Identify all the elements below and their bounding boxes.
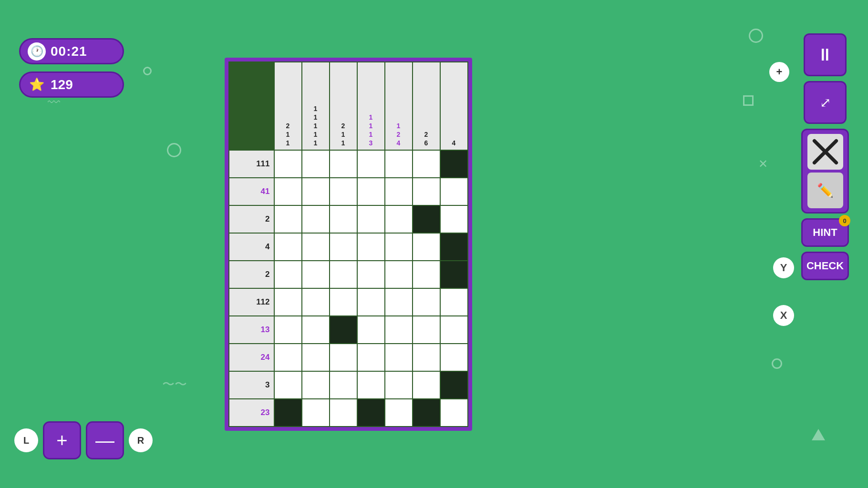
cell-1-4[interactable] bbox=[385, 178, 413, 205]
cell-5-0[interactable] bbox=[274, 288, 302, 316]
cell-7-3[interactable] bbox=[357, 344, 385, 371]
cell-9-0[interactable] bbox=[274, 399, 302, 427]
x-mark-button[interactable] bbox=[807, 134, 843, 170]
cell-8-3[interactable] bbox=[357, 371, 385, 399]
cell-7-6[interactable] bbox=[440, 344, 468, 371]
cell-7-5[interactable] bbox=[413, 344, 440, 371]
cell-1-6[interactable] bbox=[440, 178, 468, 205]
cell-5-3[interactable] bbox=[357, 288, 385, 316]
board-container: 211111112111113124264111412421121324323 bbox=[186, 0, 510, 488]
cell-0-4[interactable] bbox=[385, 150, 413, 178]
cell-8-4[interactable] bbox=[385, 371, 413, 399]
cell-2-3[interactable] bbox=[357, 205, 385, 233]
hint-button[interactable]: HINT 0 bbox=[801, 218, 849, 247]
cell-0-6[interactable] bbox=[440, 150, 468, 178]
cell-0-1[interactable] bbox=[302, 150, 330, 178]
row-label-4: 2 bbox=[229, 261, 274, 288]
cell-6-3[interactable] bbox=[357, 316, 385, 344]
cell-6-2[interactable] bbox=[330, 316, 357, 344]
score-badge: ⭐ 129 bbox=[19, 71, 124, 98]
cell-5-5[interactable] bbox=[413, 288, 440, 316]
cell-3-3[interactable] bbox=[357, 233, 385, 261]
score-display: 129 bbox=[51, 77, 73, 92]
cell-1-0[interactable] bbox=[274, 178, 302, 205]
cell-0-3[interactable] bbox=[357, 150, 385, 178]
table-row: 112 bbox=[229, 288, 468, 316]
cell-6-0[interactable] bbox=[274, 316, 302, 344]
timer-icon: 🕐 bbox=[28, 42, 46, 61]
cell-5-2[interactable] bbox=[330, 288, 357, 316]
table-row: 41 bbox=[229, 178, 468, 205]
cell-9-5[interactable] bbox=[413, 399, 440, 427]
cell-6-4[interactable] bbox=[385, 316, 413, 344]
table-row: 13 bbox=[229, 316, 468, 344]
table-row: 24 bbox=[229, 344, 468, 371]
cell-6-1[interactable] bbox=[302, 316, 330, 344]
row-label-1: 41 bbox=[229, 178, 274, 205]
cell-2-2[interactable] bbox=[330, 205, 357, 233]
cell-8-1[interactable] bbox=[302, 371, 330, 399]
cell-9-6[interactable] bbox=[440, 399, 468, 427]
cell-0-2[interactable] bbox=[330, 150, 357, 178]
x-hint: X bbox=[773, 305, 794, 326]
controls-bottom-left: L + — R bbox=[14, 421, 153, 459]
y-hint: Y bbox=[773, 257, 794, 278]
cell-2-5[interactable] bbox=[413, 205, 440, 233]
cell-2-1[interactable] bbox=[302, 205, 330, 233]
cell-3-2[interactable] bbox=[330, 233, 357, 261]
cell-5-6[interactable] bbox=[440, 288, 468, 316]
board-wrapper: 211111112111113124264111412421121324323 bbox=[225, 58, 472, 431]
cell-9-3[interactable] bbox=[357, 399, 385, 427]
cell-6-5[interactable] bbox=[413, 316, 440, 344]
check-button[interactable]: CHECK bbox=[801, 252, 849, 280]
cell-6-6[interactable] bbox=[440, 316, 468, 344]
cell-8-0[interactable] bbox=[274, 371, 302, 399]
cell-3-1[interactable] bbox=[302, 233, 330, 261]
table-row: 3 bbox=[229, 371, 468, 399]
l-button[interactable]: L bbox=[14, 428, 38, 452]
cell-5-4[interactable] bbox=[385, 288, 413, 316]
row-label-8: 3 bbox=[229, 371, 274, 399]
cell-8-6[interactable] bbox=[440, 371, 468, 399]
cell-7-0[interactable] bbox=[274, 344, 302, 371]
r-button[interactable]: R bbox=[129, 428, 153, 452]
nonogram-grid: 211111112111113124264111412421121324323 bbox=[228, 61, 468, 427]
cell-8-2[interactable] bbox=[330, 371, 357, 399]
cell-0-5[interactable] bbox=[413, 150, 440, 178]
cell-1-3[interactable] bbox=[357, 178, 385, 205]
cell-8-5[interactable] bbox=[413, 371, 440, 399]
cell-2-0[interactable] bbox=[274, 205, 302, 233]
cell-2-4[interactable] bbox=[385, 205, 413, 233]
cell-5-1[interactable] bbox=[302, 288, 330, 316]
cell-9-4[interactable] bbox=[385, 399, 413, 427]
cell-9-1[interactable] bbox=[302, 399, 330, 427]
pencil-button[interactable]: ✏️ bbox=[807, 173, 843, 208]
cell-1-2[interactable] bbox=[330, 178, 357, 205]
cell-4-0[interactable] bbox=[274, 261, 302, 288]
plus-button[interactable]: + bbox=[43, 421, 81, 459]
cell-7-1[interactable] bbox=[302, 344, 330, 371]
move-button[interactable]: ⤢ bbox=[804, 81, 847, 124]
cell-3-4[interactable] bbox=[385, 233, 413, 261]
cell-4-5[interactable] bbox=[413, 261, 440, 288]
cell-7-4[interactable] bbox=[385, 344, 413, 371]
cell-7-2[interactable] bbox=[330, 344, 357, 371]
table-row: 23 bbox=[229, 399, 468, 427]
table-row: 2 bbox=[229, 205, 468, 233]
cell-1-5[interactable] bbox=[413, 178, 440, 205]
cell-4-2[interactable] bbox=[330, 261, 357, 288]
cell-9-2[interactable] bbox=[330, 399, 357, 427]
cell-2-6[interactable] bbox=[440, 205, 468, 233]
cell-4-4[interactable] bbox=[385, 261, 413, 288]
cell-4-6[interactable] bbox=[440, 261, 468, 288]
cell-3-6[interactable] bbox=[440, 233, 468, 261]
minus-button[interactable]: — bbox=[86, 421, 124, 459]
cell-4-1[interactable] bbox=[302, 261, 330, 288]
cell-4-3[interactable] bbox=[357, 261, 385, 288]
cell-1-1[interactable] bbox=[302, 178, 330, 205]
cell-3-5[interactable] bbox=[413, 233, 440, 261]
col-header-5: 26 bbox=[413, 62, 440, 150]
cell-3-0[interactable] bbox=[274, 233, 302, 261]
cell-0-0[interactable] bbox=[274, 150, 302, 178]
pause-button[interactable]: ⏸ bbox=[804, 33, 847, 76]
